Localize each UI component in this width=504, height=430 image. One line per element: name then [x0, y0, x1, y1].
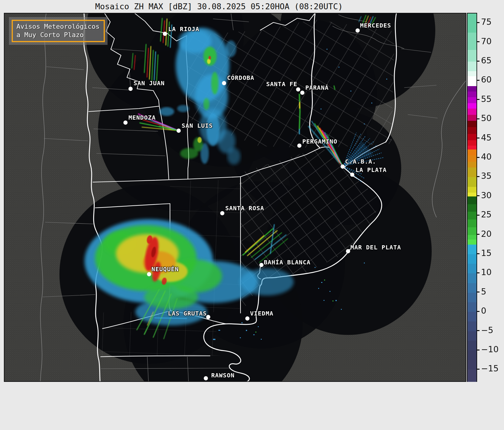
colorbar-tick [477, 138, 480, 138]
colorbar-segment [468, 121, 477, 127]
radar-mosaic-page: Mosaico ZH MAX [dBZ] 30.08.2025 05:20HOA… [0, 0, 504, 430]
city-dot [147, 272, 151, 276]
colorbar-segment [468, 273, 477, 283]
city-dot [300, 91, 304, 95]
city-label: LA RIOJA [168, 25, 199, 33]
colorbar-segment [468, 193, 477, 196]
colorbar-tick [477, 22, 480, 23]
colorbar-segment [468, 71, 477, 76]
city-label: SANTA FE [266, 80, 297, 88]
colorbar-tick-label: 55 [481, 95, 492, 103]
colorbar-segment [468, 50, 477, 62]
city-dot [346, 249, 350, 253]
city-dot [245, 316, 249, 321]
colorbar-segment [468, 187, 477, 193]
colorbar-segment [468, 177, 477, 187]
warnings-box-line2: a Muy Corto Plazo [16, 31, 99, 39]
colorbar-tick-label: 25 [481, 211, 492, 219]
colorbar-tick [477, 234, 480, 235]
colorbar-tick [477, 330, 480, 331]
colorbar-tick-label: 45 [481, 134, 492, 142]
city-dot [297, 144, 301, 148]
colorbar-tick [477, 80, 480, 81]
colorbar-segment [468, 360, 477, 370]
warnings-box-line1: Avisos Meteorológicos [16, 22, 99, 31]
colorbar-segment [468, 76, 477, 86]
city-label: C.A.B.A. [345, 158, 376, 165]
colorbar-segment [468, 219, 477, 227]
colorbar-segment [468, 167, 477, 177]
colorbar-segment [468, 264, 477, 273]
colorbar-tick [477, 61, 480, 62]
colorbar-tick-label: 70 [481, 37, 492, 46]
colorbar-tick-label: 65 [481, 57, 492, 65]
map-canvas [4, 13, 466, 382]
colorbar-segment [468, 341, 477, 350]
city-label: SAN LUIS [182, 122, 213, 129]
colorbar-segment [468, 302, 477, 312]
colorbar-segment [468, 62, 477, 71]
city-dot [177, 129, 181, 133]
colorbar-tick [477, 311, 480, 312]
colorbar-tick [477, 350, 480, 350]
colorbar-segment [468, 204, 477, 212]
colorbar-segment [468, 370, 477, 382]
colorbar-tick [477, 118, 480, 119]
colorbar-segment [468, 140, 477, 146]
colorbar-tick-label: −10 [481, 345, 499, 354]
city-label: PARANÁ [305, 84, 329, 91]
city-dot [204, 376, 208, 380]
colorbar-segment [468, 155, 477, 162]
colorbar-segment [468, 283, 477, 293]
city-dot [341, 164, 345, 169]
colorbar-segment [468, 350, 477, 360]
city-dot [222, 81, 226, 85]
city-label: VIEDMA [250, 310, 273, 317]
colorbar-tick-label: 20 [481, 230, 492, 238]
city-label: MERCEDES [360, 22, 391, 29]
colorbar-tick-label: −15 [481, 365, 499, 373]
colorbar-tick [477, 41, 480, 42]
colorbar-segment [468, 86, 477, 92]
city-label: LAS GRUTAS [168, 310, 207, 317]
colorbar-segment [468, 245, 477, 254]
colorbar-segment [468, 196, 477, 204]
city-label: CÓRDOBA [227, 74, 254, 81]
colorbar-segment [468, 33, 477, 50]
colorbar-segment [468, 331, 477, 341]
city-label: PERGAMINO [302, 138, 337, 145]
city-dot [296, 87, 300, 92]
city-label: LA PLATA [356, 166, 387, 173]
dbz-colorbar [467, 13, 477, 383]
city-label: NEUQUÉN [151, 266, 179, 273]
colorbar-segment [468, 97, 477, 103]
colorbar-tick-label: 30 [481, 191, 492, 200]
colorbar-segment [468, 321, 477, 331]
colorbar-segment [468, 312, 477, 321]
colorbar-tick [477, 292, 480, 292]
colorbar-segment [468, 109, 477, 115]
city-dot [123, 121, 128, 125]
colorbar-tick-label: 0 [481, 307, 486, 315]
colorbar-tick-label: 15 [481, 249, 492, 257]
colorbar-segment [468, 212, 477, 219]
colorbar-tick-label: 60 [481, 76, 492, 84]
colorbar-tick-label: 10 [481, 268, 492, 277]
colorbar-tick [477, 157, 480, 158]
colorbar-segment [468, 227, 477, 235]
city-dot [356, 28, 360, 33]
colorbar-segment [468, 127, 477, 134]
colorbar-segment [468, 134, 477, 140]
colorbar-tick [477, 99, 480, 100]
colorbar-tick-label: 50 [481, 114, 492, 123]
colorbar-segment [468, 115, 477, 121]
city-dot [220, 211, 224, 215]
colorbar-tick [477, 253, 480, 254]
city-label: BAHÍA BLANCA [264, 259, 311, 266]
colorbar-segment [468, 162, 477, 167]
colorbar-segment [468, 92, 477, 97]
city-label: MENDOZA [128, 114, 156, 121]
colorbar-segment [468, 235, 477, 240]
city-dot [259, 263, 264, 267]
city-label: RAWSON [211, 372, 235, 379]
